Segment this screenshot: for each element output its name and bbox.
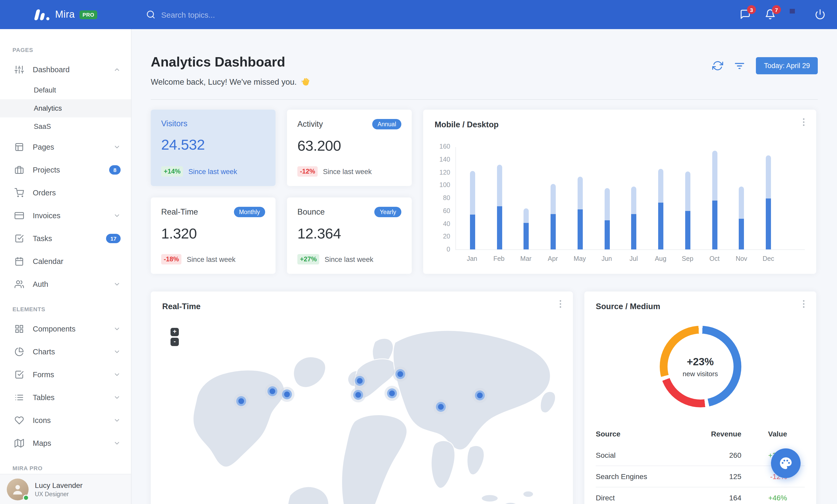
theme-settings-fab[interactable]: [771, 448, 801, 478]
power-icon: [815, 9, 825, 20]
donut-chart: +23% new visitors: [659, 326, 741, 407]
map-zoom-out-button[interactable]: -: [171, 338, 179, 346]
language-button[interactable]: [790, 9, 801, 20]
chevron-down-icon: [113, 417, 121, 424]
map-icon: [15, 438, 24, 448]
wave-hand-icon: [301, 77, 310, 87]
more-vertical-icon: [799, 299, 809, 309]
top-navbar: Mira PRO 3 7: [0, 0, 837, 29]
sidebar-user[interactable]: Lucy Lavender UX Designer: [0, 474, 131, 504]
bar-apr: [551, 184, 556, 249]
sidebar-item-pages[interactable]: Pages: [0, 136, 131, 158]
refresh-button[interactable]: [712, 60, 724, 72]
sidebar-section-mira-pro: MIRA PRO: [0, 455, 131, 477]
stat-card-real-time: Real-TimeMonthly1.320-18%Since last week: [151, 198, 275, 274]
bar-chart-plot: 020406080100120140160: [434, 147, 805, 250]
logout-button[interactable]: [815, 9, 826, 20]
avatar: [7, 478, 29, 500]
mobile-desktop-chart-card: Mobile / Desktop 020406080100120140160 J…: [423, 110, 816, 274]
map-marker-4[interactable]: [355, 376, 365, 386]
messages-button[interactable]: 3: [740, 9, 751, 20]
chevron-down-icon: [113, 144, 121, 151]
sidebar-item-tasks[interactable]: Tasks17: [0, 227, 131, 250]
layout-icon: [15, 142, 24, 152]
map-marker-9[interactable]: [475, 390, 485, 400]
card-menu-button[interactable]: [799, 299, 810, 310]
table-row-direct: Direct164+46%: [596, 487, 805, 504]
sidebar-item-components[interactable]: Components: [0, 317, 131, 340]
sidebar-badge: 8: [109, 165, 121, 174]
sidebar-item-projects[interactable]: Projects8: [0, 158, 131, 181]
chevron-down-icon: [113, 348, 121, 355]
map-marker-1[interactable]: [236, 396, 246, 406]
world-map[interactable]: [151, 312, 573, 504]
filter-icon: [734, 60, 745, 71]
list-icon: [15, 393, 24, 402]
bar-dec: [766, 156, 771, 249]
source-medium-title: Source / Medium: [596, 302, 805, 311]
map-marker-7[interactable]: [395, 369, 405, 379]
sidebar-item-maps[interactable]: Maps: [0, 432, 131, 455]
sidebar-section-elements: ELEMENTS: [0, 296, 131, 317]
sidebar-subitem-saas[interactable]: SaaS: [0, 117, 131, 136]
chevron-down-icon: [113, 440, 121, 447]
chevron-down-icon: [113, 281, 121, 288]
main-content: Analytics Dashboard Welcome back, Lucy! …: [131, 29, 837, 504]
user-name: Lucy Lavender: [35, 481, 83, 489]
app-root: Mira PRO 3 7 PAGESDashboardDefaul: [0, 0, 837, 504]
sidebar-subitem-analytics[interactable]: Analytics: [0, 99, 131, 117]
map-marker-3[interactable]: [282, 389, 292, 399]
date-range-button[interactable]: Today: April 29: [756, 57, 818, 74]
stat-value: 24.532: [161, 137, 265, 153]
header-controls: Today: April 29: [712, 57, 818, 74]
stat-period-badge[interactable]: Annual: [372, 119, 401, 129]
calendar-icon: [15, 257, 24, 266]
sidebar-item-dashboard[interactable]: Dashboard: [0, 58, 131, 81]
sidebar-item-forms[interactable]: Forms: [0, 363, 131, 386]
pie-chart-icon: [15, 347, 24, 356]
card-menu-button[interactable]: [799, 117, 810, 128]
map-marker-2[interactable]: [267, 386, 277, 396]
user-role: UX Designer: [35, 491, 83, 497]
person-icon: [11, 482, 24, 496]
briefcase-icon: [15, 165, 24, 174]
search-icon: [146, 10, 156, 19]
stat-change-chip: -12%: [297, 166, 318, 177]
map-marker-5[interactable]: [353, 390, 363, 400]
sidebar-item-icons[interactable]: Icons: [0, 409, 131, 432]
chevron-down-icon: [113, 212, 121, 219]
header-divider: [151, 99, 818, 100]
brand[interactable]: Mira PRO: [35, 0, 97, 29]
sidebar-item-invoices[interactable]: Invoices: [0, 204, 131, 227]
stat-title: Real-Time: [161, 207, 198, 217]
stat-value: 12.364: [297, 225, 401, 242]
map-marker-8[interactable]: [436, 402, 446, 412]
shopping-cart-icon: [15, 188, 24, 198]
card-menu-button[interactable]: [555, 299, 567, 310]
sidebar-item-tables[interactable]: Tables: [0, 386, 131, 409]
sidebar-subitem-default[interactable]: Default: [0, 81, 131, 99]
page-title: Analytics Dashboard: [151, 54, 310, 70]
sidebar-item-charts[interactable]: Charts: [0, 340, 131, 363]
refresh-icon: [712, 60, 724, 71]
stat-title: Bounce: [297, 207, 325, 217]
donut-center: +23% new visitors: [667, 334, 733, 399]
messages-count-badge: 3: [747, 5, 756, 14]
sliders-icon: [15, 65, 24, 74]
filter-button[interactable]: [734, 60, 746, 72]
grid-icon: [15, 324, 24, 334]
stat-period-badge[interactable]: Monthly: [234, 207, 265, 217]
map-zoom-in-button[interactable]: +: [171, 328, 179, 336]
navbar-actions: 3 7: [740, 0, 826, 29]
sidebar-item-orders[interactable]: Orders: [0, 181, 131, 204]
sidebar-item-auth[interactable]: Auth: [0, 273, 131, 296]
search-input[interactable]: [161, 10, 286, 19]
stat-period-badge[interactable]: Yearly: [375, 207, 401, 217]
sidebar-item-calendar[interactable]: Calendar: [0, 250, 131, 273]
map-marker-6[interactable]: [387, 388, 397, 398]
check-square-icon: [15, 234, 24, 243]
stat-note: Since last week: [325, 255, 374, 263]
bar-may: [577, 177, 583, 249]
notifications-button[interactable]: 7: [765, 9, 776, 20]
map-title: Real-Time: [162, 302, 562, 311]
